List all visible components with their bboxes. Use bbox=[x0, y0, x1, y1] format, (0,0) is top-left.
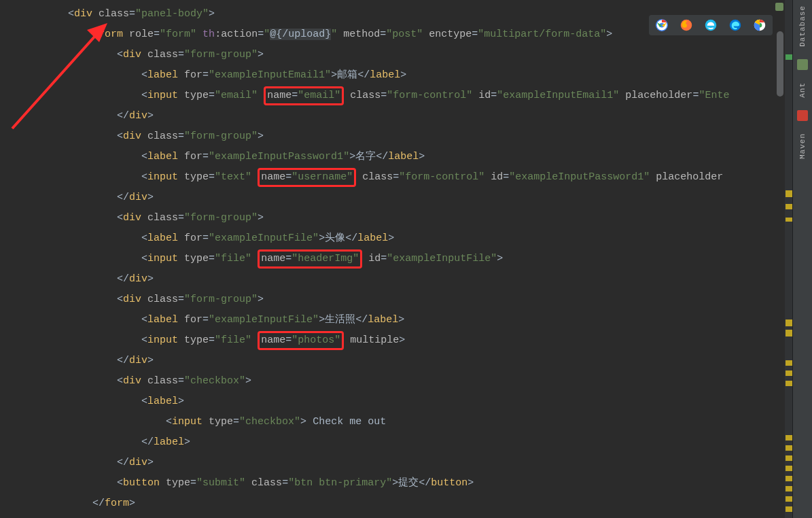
stripe-marker[interactable] bbox=[785, 54, 792, 60]
chrome-icon[interactable] bbox=[656, 19, 668, 31]
open-in-browser-bar bbox=[649, 15, 773, 35]
ie-icon[interactable] bbox=[705, 19, 717, 31]
chrome-canary-icon[interactable] bbox=[754, 19, 766, 31]
code-editor[interactable]: <div class="panel-body"> <form role="for… bbox=[0, 0, 812, 518]
maven-icon[interactable] bbox=[797, 110, 808, 121]
stripe-marker[interactable] bbox=[785, 496, 792, 502]
stripe-marker[interactable] bbox=[785, 320, 792, 326]
stripe-marker[interactable] bbox=[785, 445, 792, 451]
right-tool-rail: Database Ant Maven bbox=[792, 0, 812, 518]
stripe-marker[interactable] bbox=[785, 204, 792, 209]
stripe-marker[interactable] bbox=[785, 190, 792, 197]
stripe-marker[interactable] bbox=[785, 486, 792, 491]
stripe-marker[interactable] bbox=[785, 370, 792, 376]
stripe-marker[interactable] bbox=[785, 435, 792, 441]
tool-tab-maven[interactable]: Maven bbox=[798, 131, 807, 162]
scrollbar-thumb[interactable] bbox=[777, 31, 783, 97]
stripe-marker[interactable] bbox=[785, 218, 792, 222]
stripe-marker[interactable] bbox=[785, 381, 792, 386]
firefox-icon[interactable] bbox=[680, 19, 692, 31]
ant-icon[interactable] bbox=[797, 59, 808, 70]
stripe-marker[interactable] bbox=[785, 476, 792, 481]
tool-tab-ant[interactable]: Ant bbox=[798, 80, 807, 101]
tool-tab-database[interactable]: Database bbox=[798, 3, 807, 50]
stripe-marker[interactable] bbox=[785, 506, 792, 512]
stripe-marker[interactable] bbox=[785, 466, 792, 471]
edge-icon[interactable] bbox=[729, 19, 741, 31]
analysis-status-icon[interactable] bbox=[775, 3, 783, 11]
stripe-marker[interactable] bbox=[785, 330, 792, 336]
stripe-marker[interactable] bbox=[785, 455, 792, 461]
stripe-marker[interactable] bbox=[785, 360, 792, 366]
code-block[interactable]: <div class="panel-body"> <form role="for… bbox=[0, 4, 812, 514]
